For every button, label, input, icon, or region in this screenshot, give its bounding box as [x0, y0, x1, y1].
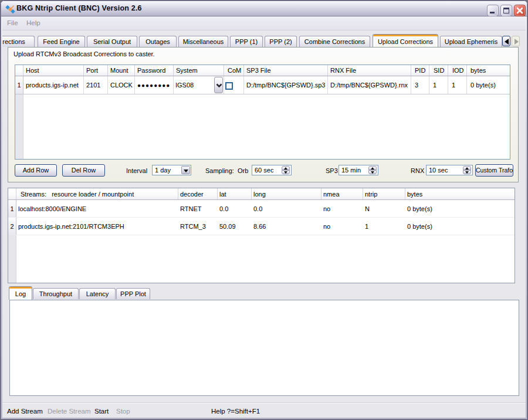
- col-header-port[interactable]: Port: [84, 65, 108, 76]
- custom-trafo-button[interactable]: Custom Trafo: [475, 164, 513, 177]
- col-header-bytes[interactable]: bytes: [467, 65, 510, 76]
- cell-mountpoint[interactable]: products.igs-ip.net:2101/RTCM3EPH: [16, 218, 178, 235]
- spin-down-icon: [371, 171, 374, 174]
- tab-outages[interactable]: Outages: [139, 36, 177, 47]
- tab-ppp-1[interactable]: PPP (1): [230, 36, 263, 47]
- close-button[interactable]: [514, 5, 526, 16]
- log-pane[interactable]: [9, 300, 519, 396]
- tab-ppp-2[interactable]: PPP (2): [265, 36, 297, 47]
- cell-nmea[interactable]: no: [321, 200, 363, 217]
- orb-spin-up-button[interactable]: [282, 166, 290, 170]
- title-bar[interactable]: BKG Ntrip Client (BNC) Version 2.6: [1, 1, 527, 16]
- orb-spin-down-button[interactable]: [282, 170, 290, 174]
- tab-miscellaneous[interactable]: Miscellaneous: [178, 36, 228, 47]
- spin-up-icon: [371, 167, 374, 170]
- streams-corner-header: [8, 188, 16, 199]
- chevron-down-icon: [216, 83, 222, 88]
- col-header-com[interactable]: CoM: [224, 65, 244, 76]
- cell-com: [224, 76, 244, 94]
- cell-host[interactable]: products.igs-ip.net: [23, 76, 84, 94]
- cell-port[interactable]: 2101: [84, 76, 108, 94]
- col-header-sp3-file[interactable]: SP3 File: [244, 65, 328, 76]
- stream-row[interactable]: 1 localhost:8000/ENGINE RTNET 0.0 0.0 no…: [8, 200, 515, 218]
- sp3-spin-up-button[interactable]: [368, 166, 377, 170]
- cell-iod[interactable]: 1: [448, 76, 467, 94]
- col-header-pid[interactable]: PID: [411, 65, 429, 76]
- col-header-stream-bytes[interactable]: bytes: [405, 188, 515, 199]
- stop-button[interactable]: Stop: [116, 408, 130, 415]
- system-dropdown-button[interactable]: [214, 77, 223, 93]
- cell-lat[interactable]: 50.09: [218, 218, 252, 235]
- row-number: 1: [8, 200, 16, 217]
- cell-pid[interactable]: 3: [411, 76, 429, 94]
- cell-password[interactable]: ●●●●●●●●: [135, 76, 174, 94]
- add-row-button[interactable]: Add Row: [15, 164, 57, 177]
- col-header-mount[interactable]: Mount: [108, 65, 135, 76]
- com-checkbox[interactable]: [225, 82, 233, 90]
- col-header-mountpoint[interactable]: Streams: resource loader / mountpoint: [16, 188, 178, 199]
- cell-stream-bytes[interactable]: 0 byte(s): [405, 218, 515, 235]
- cell-bytes[interactable]: 0 byte(s): [467, 76, 510, 94]
- col-header-iod[interactable]: IOD: [448, 65, 467, 76]
- rnx-spin-down-button[interactable]: [463, 170, 471, 174]
- maximize-button[interactable]: [500, 5, 512, 16]
- col-header-sid[interactable]: SID: [429, 65, 448, 76]
- cell-stream-bytes[interactable]: 0 byte(s): [405, 200, 515, 217]
- cell-long[interactable]: 0.0: [252, 200, 321, 217]
- cell-mount[interactable]: CLOCK: [108, 76, 135, 94]
- tab-latency[interactable]: Latency: [79, 288, 116, 299]
- start-button[interactable]: Start: [94, 408, 109, 415]
- tab-corrections[interactable]: rections: [2, 36, 35, 47]
- cell-decoder[interactable]: RTCM_3: [178, 218, 218, 235]
- upload-table-row[interactable]: 1 products.igs-ip.net 2101 CLOCK ●●●●●●●…: [15, 76, 510, 94]
- sp3-spinbox[interactable]: 15 min: [339, 165, 378, 175]
- col-header-password[interactable]: Password: [135, 65, 174, 76]
- cell-sid[interactable]: 1: [429, 76, 448, 94]
- delete-stream-button[interactable]: Delete Stream: [48, 408, 91, 415]
- system-combobox[interactable]: IGS08: [174, 76, 224, 94]
- cell-rnx-file[interactable]: D:/tmp/BNC${GPSWD}.rnx: [328, 76, 411, 94]
- tab-serial-output[interactable]: Serial Output: [87, 36, 137, 47]
- interval-dropdown-button[interactable]: [181, 166, 190, 174]
- orb-spinbox[interactable]: 60 sec: [252, 165, 292, 175]
- orb-label: Orb: [238, 167, 248, 174]
- cell-sp3-file[interactable]: D:/tmp/BNC${GPSWD}.sp3: [244, 76, 328, 94]
- add-stream-button[interactable]: Add Stream: [7, 408, 43, 415]
- sp3-spin-down-button[interactable]: [368, 170, 377, 174]
- tab-feed-engine[interactable]: Feed Engine: [38, 36, 85, 47]
- rnx-spin-up-button[interactable]: [463, 166, 471, 170]
- rnx-spinbox[interactable]: 10 sec: [426, 165, 473, 175]
- col-header-long[interactable]: long: [252, 188, 321, 199]
- col-header-rnx-file[interactable]: RNX File: [328, 65, 411, 76]
- help-shortcut-label: Help ?=Shift+F1: [211, 408, 260, 415]
- cell-lat[interactable]: 0.0: [218, 200, 252, 217]
- streams-table: Streams: resource loader / mountpoint de…: [8, 188, 515, 283]
- close-icon: [515, 5, 525, 16]
- cell-ntrip[interactable]: 1: [363, 218, 405, 235]
- cell-nmea[interactable]: no: [321, 218, 363, 235]
- col-header-nmea[interactable]: nmea: [321, 188, 363, 199]
- app-window: BKG Ntrip Client (BNC) Version 2.6 File …: [0, 0, 528, 420]
- tab-upload-corrections[interactable]: Upload Corrections: [373, 34, 438, 48]
- tab-log[interactable]: Log: [9, 286, 32, 300]
- menu-help[interactable]: Help: [26, 19, 40, 26]
- cell-decoder[interactable]: RTNET: [178, 200, 218, 217]
- tab-throughput[interactable]: Throughput: [33, 288, 79, 299]
- col-header-decoder[interactable]: decoder: [178, 188, 218, 199]
- col-header-host[interactable]: Host: [23, 65, 84, 76]
- col-header-ntrip[interactable]: ntrip: [363, 188, 405, 199]
- app-icon: [5, 4, 15, 14]
- menu-file[interactable]: File: [7, 19, 18, 26]
- minimize-button[interactable]: [487, 5, 499, 16]
- cell-long[interactable]: 8.66: [252, 218, 321, 235]
- tab-combine-corrections[interactable]: Combine Corrections: [299, 36, 370, 47]
- tab-upload-ephemeris[interactable]: Upload Ephemeris: [440, 36, 502, 47]
- tab-ppp-plot[interactable]: PPP Plot: [116, 288, 150, 299]
- interval-combobox[interactable]: 1 day: [152, 165, 191, 175]
- cell-ntrip[interactable]: N: [363, 200, 405, 217]
- stream-row[interactable]: 2 products.igs-ip.net:2101/RTCM3EPH RTCM…: [8, 218, 515, 235]
- col-header-lat[interactable]: lat: [218, 188, 252, 199]
- del-row-button[interactable]: Del Row: [62, 164, 105, 177]
- cell-mountpoint[interactable]: localhost:8000/ENGINE: [16, 200, 178, 217]
- col-header-system[interactable]: System: [174, 65, 224, 76]
